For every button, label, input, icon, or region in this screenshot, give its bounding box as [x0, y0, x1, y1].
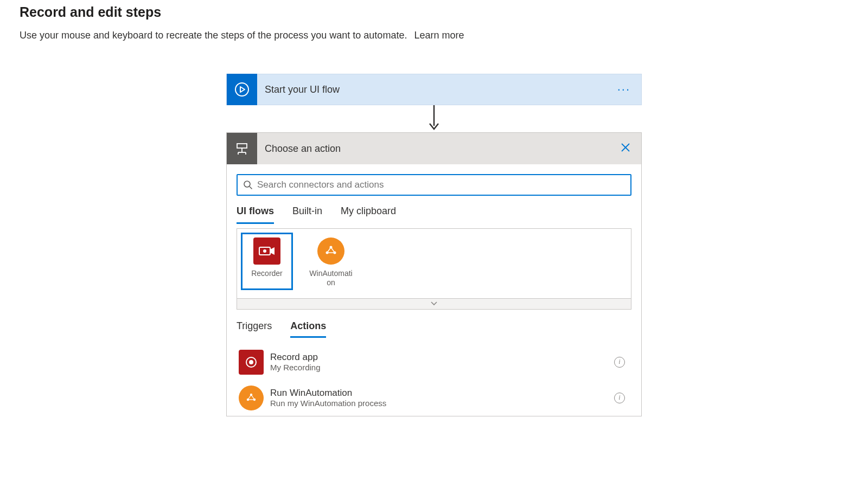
start-flow-card[interactable]: Start your UI flow ···: [226, 74, 642, 105]
svg-line-24: [248, 395, 251, 400]
tab-triggers[interactable]: Triggers: [237, 320, 272, 338]
tab-built-in[interactable]: Built-in: [292, 206, 322, 224]
close-icon: [621, 143, 630, 152]
connector-recorder[interactable]: Recorder: [242, 234, 291, 288]
action-item-title: Run WinAutomation: [270, 388, 614, 399]
tab-actions[interactable]: Actions: [290, 320, 326, 338]
record-app-icon: [239, 350, 264, 375]
connector-winautomation[interactable]: WinAutomation: [307, 234, 355, 288]
action-item-title: Record app: [270, 352, 614, 363]
page-subtitle: Use your mouse and keyboard to recreate …: [20, 30, 848, 41]
svg-point-20: [249, 360, 253, 364]
actions-list: Record app My Recording i: [227, 338, 641, 416]
search-input[interactable]: [257, 179, 625, 190]
expand-connectors-button[interactable]: [237, 299, 631, 310]
learn-more-link[interactable]: Learn more: [414, 30, 464, 41]
action-item-sub: My Recording: [270, 363, 614, 372]
svg-line-25: [251, 395, 254, 400]
action-sub-tabs: Triggers Actions: [227, 310, 641, 338]
recorder-icon: [253, 237, 280, 265]
action-placeholder-icon: [227, 133, 257, 164]
svg-line-10: [250, 187, 252, 189]
search-icon: [243, 180, 253, 190]
more-menu-button[interactable]: ···: [607, 82, 641, 97]
svg-point-9: [244, 181, 250, 187]
chevron-down-icon: [430, 301, 438, 306]
connector-winautomation-label: WinAutomation: [309, 269, 353, 287]
action-item-sub: Run my WinAutomation process: [270, 399, 614, 408]
tab-my-clipboard[interactable]: My clipboard: [341, 206, 396, 224]
choose-action-card: Choose an action: [226, 132, 642, 416]
action-item-text: Run WinAutomation Run my WinAutomation p…: [270, 388, 614, 408]
connector-tabs: UI flows Built-in My clipboard: [227, 196, 641, 224]
winautomation-icon: [317, 237, 344, 265]
connector-recorder-label: Recorder: [251, 269, 283, 278]
flow-arrow-icon: [429, 105, 439, 132]
svg-rect-2: [237, 144, 247, 148]
subtitle-text: Use your mouse and keyboard to recreate …: [20, 30, 407, 41]
choose-action-header: Choose an action: [227, 133, 641, 164]
info-icon[interactable]: i: [614, 393, 625, 403]
action-item-run-winautomation[interactable]: Run WinAutomation Run my WinAutomation p…: [237, 380, 631, 416]
start-flow-label: Start your UI flow: [257, 84, 607, 95]
page-title: Record and edit steps: [20, 4, 848, 20]
connectors-panel: Recorder: [237, 228, 631, 299]
action-item-record-app[interactable]: Record app My Recording i: [237, 344, 631, 380]
svg-line-16: [327, 247, 331, 253]
svg-point-12: [263, 249, 266, 253]
action-item-text: Record app My Recording: [270, 352, 614, 372]
run-winautomation-icon: [239, 386, 264, 410]
info-icon[interactable]: i: [614, 357, 625, 368]
svg-point-0: [235, 83, 248, 96]
play-circle-icon: [227, 74, 257, 105]
choose-action-title: Choose an action: [257, 143, 610, 155]
svg-line-17: [331, 247, 335, 253]
search-box[interactable]: [237, 174, 631, 196]
tab-ui-flows[interactable]: UI flows: [237, 206, 274, 224]
close-button[interactable]: [610, 142, 641, 156]
